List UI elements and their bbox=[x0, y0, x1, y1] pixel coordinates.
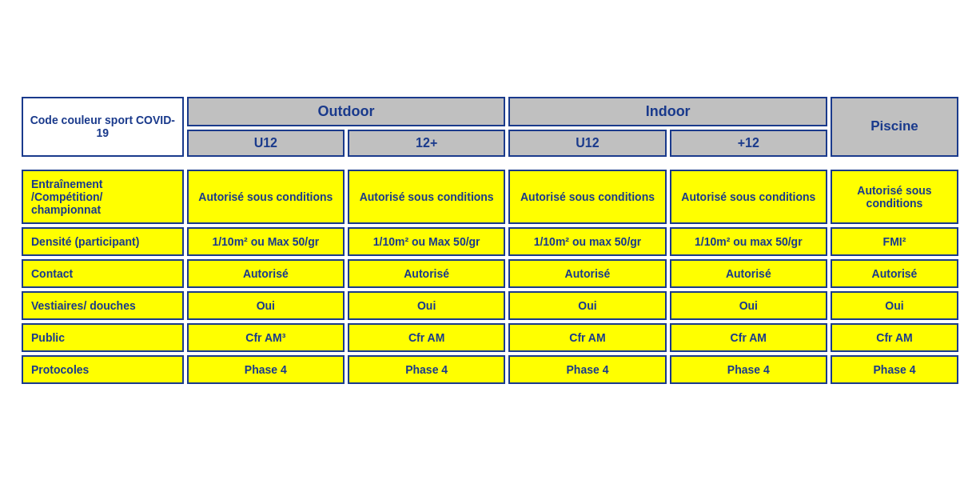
row-label-1: Densité (participant) bbox=[22, 227, 184, 256]
cell-0-piscine: Autorisé sous conditions bbox=[831, 170, 958, 224]
cell-0-indoor_12plus: Autorisé sous conditions bbox=[670, 170, 827, 224]
cell-1-piscine: FMI² bbox=[831, 227, 958, 256]
table-row: PublicCfr AM³Cfr AMCfr AMCfr AMCfr AM bbox=[22, 323, 958, 352]
cell-1-indoor_12plus: 1/10m² ou max 50/gr bbox=[670, 227, 827, 256]
row-label-5: Protocoles bbox=[22, 355, 184, 384]
row-label-4: Public bbox=[22, 323, 184, 352]
indoor-header: Indoor bbox=[508, 97, 827, 126]
table-body: Entraînement /Compétition/ championnatAu… bbox=[22, 170, 958, 384]
row-label-2: Contact bbox=[22, 259, 184, 288]
cell-2-indoor_u12: Autorisé bbox=[508, 259, 666, 288]
cell-0-indoor_u12: Autorisé sous conditions bbox=[508, 170, 666, 224]
outdoor-header: Outdoor bbox=[187, 97, 506, 126]
cell-3-outdoor_12plus: Oui bbox=[348, 291, 505, 320]
cell-5-indoor_12plus: Phase 4 bbox=[670, 355, 827, 384]
cell-5-outdoor_12plus: Phase 4 bbox=[348, 355, 505, 384]
cell-4-indoor_12plus: Cfr AM bbox=[670, 323, 827, 352]
cell-5-piscine: Phase 4 bbox=[831, 355, 958, 384]
table-row: Vestiaires/ douchesOuiOuiOuiOuiOui bbox=[22, 291, 958, 320]
table-row: Densité (participant)1/10m² ou Max 50/gr… bbox=[22, 227, 958, 256]
row-label-3: Vestiaires/ douches bbox=[22, 291, 184, 320]
row-label-0: Entraînement /Compétition/ championnat bbox=[22, 170, 184, 224]
cell-2-piscine: Autorisé bbox=[831, 259, 958, 288]
cell-2-outdoor_12plus: Autorisé bbox=[348, 259, 505, 288]
cell-1-indoor_u12: 1/10m² ou max 50/gr bbox=[508, 227, 666, 256]
cell-0-outdoor_u12: Autorisé sous conditions bbox=[187, 170, 345, 224]
cell-4-outdoor_u12: Cfr AM³ bbox=[187, 323, 345, 352]
cell-1-outdoor_12plus: 1/10m² ou Max 50/gr bbox=[348, 227, 505, 256]
table-row: ProtocolesPhase 4Phase 4Phase 4Phase 4Ph… bbox=[22, 355, 958, 384]
covid-table: Code couleur sport COVID-19 Outdoor Indo… bbox=[18, 94, 962, 387]
cell-2-indoor_12plus: Autorisé bbox=[670, 259, 827, 288]
cell-3-indoor_12plus: Oui bbox=[670, 291, 827, 320]
cell-4-outdoor_12plus: Cfr AM bbox=[348, 323, 505, 352]
piscine-header: Piscine bbox=[831, 97, 958, 157]
spacer-row bbox=[22, 160, 958, 166]
cell-5-indoor_u12: Phase 4 bbox=[508, 355, 666, 384]
cell-3-piscine: Oui bbox=[831, 291, 958, 320]
table-row: ContactAutoriséAutoriséAutoriséAutoriséA… bbox=[22, 259, 958, 288]
cell-3-indoor_u12: Oui bbox=[508, 291, 666, 320]
top-left-header: Code couleur sport COVID-19 bbox=[22, 97, 184, 157]
cell-4-indoor_u12: Cfr AM bbox=[508, 323, 666, 352]
indoor-12plus-header: +12 bbox=[670, 130, 827, 157]
main-wrapper: Code couleur sport COVID-19 Outdoor Indo… bbox=[18, 94, 962, 387]
cell-1-outdoor_u12: 1/10m² ou Max 50/gr bbox=[187, 227, 345, 256]
cell-2-outdoor_u12: Autorisé bbox=[187, 259, 345, 288]
indoor-u12-header: U12 bbox=[508, 130, 666, 157]
cell-3-outdoor_u12: Oui bbox=[187, 291, 345, 320]
outdoor-u12-header: U12 bbox=[187, 130, 345, 157]
cell-4-piscine: Cfr AM bbox=[831, 323, 958, 352]
cell-0-outdoor_12plus: Autorisé sous conditions bbox=[348, 170, 505, 224]
outdoor-12plus-header: 12+ bbox=[348, 130, 505, 157]
header-row-1: Code couleur sport COVID-19 Outdoor Indo… bbox=[22, 97, 958, 126]
cell-5-outdoor_u12: Phase 4 bbox=[187, 355, 345, 384]
table-row: Entraînement /Compétition/ championnatAu… bbox=[22, 170, 958, 224]
